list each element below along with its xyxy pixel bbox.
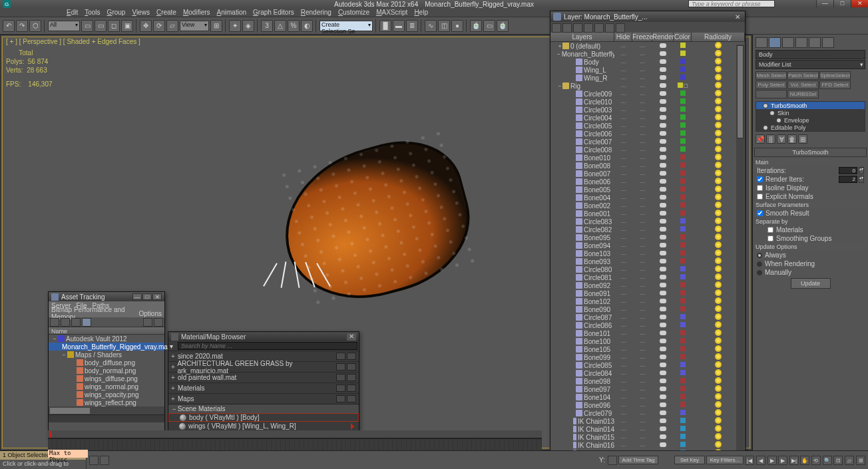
unique-button[interactable]: ∀	[777, 134, 786, 144]
asset-row[interactable]: −Maps / Shaders	[49, 351, 164, 359]
layer-row[interactable]: Wing_L——	[550, 66, 745, 74]
hide-unhide-button[interactable]	[605, 23, 614, 33]
asset-row[interactable]: −Autodesk Vault 2012	[49, 335, 164, 343]
goto-end-button[interactable]: ▶|	[789, 456, 799, 465]
update-button[interactable]: Update	[791, 278, 831, 289]
sep-materials-check[interactable]	[767, 227, 773, 233]
track-bar[interactable]	[48, 438, 542, 450]
arc-rotate-button[interactable]: ⟲	[811, 456, 821, 465]
layer-scrollbar[interactable]	[736, 45, 744, 460]
stack-editable-poly[interactable]: Editable Poly	[756, 124, 865, 131]
menu-views[interactable]: Views	[132, 9, 150, 16]
layer-row[interactable]: Bone098——	[550, 377, 745, 385]
next-frame-button[interactable]: ▶	[778, 456, 787, 465]
schematic-button[interactable]: ◫	[438, 20, 450, 32]
update-render-radio[interactable]	[757, 261, 762, 267]
layer-row[interactable]: Circle080——	[550, 265, 745, 273]
remove-mod-button[interactable]: 🗑	[787, 134, 797, 144]
selset-blank[interactable]	[756, 90, 787, 98]
layer-row[interactable]: Circle003——	[550, 106, 745, 114]
layer-row[interactable]: Bone104——	[550, 393, 745, 401]
material-editor-button[interactable]: ●	[451, 20, 463, 32]
layer-row[interactable]: Bone006——	[550, 178, 745, 186]
pin-stack-button[interactable]: 📌	[756, 134, 765, 144]
stack-envelope[interactable]: Envelope	[756, 116, 865, 124]
layer-row[interactable]: IK Chain016——	[550, 441, 745, 449]
goto-start-button[interactable]: |◀	[745, 456, 754, 465]
menu-group[interactable]: Group	[107, 9, 126, 16]
layer-row[interactable]: IK Chain015——	[550, 433, 745, 441]
snap-button[interactable]: 3	[261, 20, 273, 32]
rotate-button[interactable]: ⟳	[153, 20, 165, 32]
selection-filter-combo[interactable]: All	[48, 21, 80, 31]
layer-row[interactable]: Bone091——	[550, 289, 745, 297]
show-end-button[interactable]: ||	[766, 134, 775, 144]
material-title-bar[interactable]: Material/Map Browser ✕	[168, 332, 359, 341]
asset-row[interactable]: wings_reflect.png	[49, 398, 164, 406]
asset-min-button[interactable]: —	[132, 293, 142, 300]
object-name-field[interactable]: Body	[756, 50, 865, 59]
layer-row[interactable]: Bone010——	[550, 154, 745, 162]
move-button[interactable]: ✥	[140, 20, 152, 32]
selection-lock-button[interactable]	[89, 456, 99, 465]
hierarchy-tab[interactable]	[782, 37, 794, 48]
asset-options-link[interactable]: Options	[139, 310, 162, 317]
close-button[interactable]: ✕	[851, 0, 868, 7]
asset-row[interactable]: Monarch_Butterfly_Rigged_vray.max	[49, 343, 164, 351]
layer-row[interactable]: Circle004——	[550, 114, 745, 122]
add-to-layer-button[interactable]	[573, 23, 582, 33]
keymode-button[interactable]: ◈	[242, 20, 254, 32]
modifier-list-combo[interactable]: Modifier List	[756, 60, 865, 69]
menu-graph-editors[interactable]: Graph Editors	[253, 9, 294, 16]
menu-customize[interactable]: Customize	[338, 9, 369, 16]
layer-row[interactable]: Bone102——	[550, 297, 745, 305]
layer-row[interactable]: Circle005——	[550, 122, 745, 130]
layer-row[interactable]: Bone097——	[550, 385, 745, 393]
layer-row[interactable]: Wing_R——	[550, 74, 745, 82]
layers-button[interactable]: ≣	[406, 20, 418, 32]
curve-editor-button[interactable]: ∿	[425, 20, 437, 32]
scene-materials-section[interactable]: − Scene Materials	[168, 404, 359, 413]
undo-button[interactable]: ↶	[3, 20, 15, 32]
modifier-stack[interactable]: TurboSmoothSkinEnvelopeEditable Poly	[756, 101, 865, 132]
update-always-radio[interactable]	[757, 253, 762, 258]
selset-vol.-select[interactable]: Vol. Select	[787, 80, 819, 89]
asset-row[interactable]: wings_diffuse.png	[49, 375, 164, 383]
layer-row[interactable]: Circle009——	[550, 90, 745, 98]
menu-tools[interactable]: Tools	[85, 9, 100, 16]
layer-row[interactable]: Bone005——	[550, 186, 745, 194]
layer-row[interactable]: +0 (default)——	[550, 42, 745, 50]
named-selection-combo[interactable]: Create Selection Se	[320, 21, 373, 31]
new-layer-button[interactable]	[552, 23, 561, 33]
select-name-button[interactable]: ▭	[95, 20, 107, 32]
link-button[interactable]: ⬡	[29, 20, 41, 32]
angle-snap-button[interactable]: △	[274, 20, 286, 32]
selset-mesh-select[interactable]: Mesh Select	[756, 71, 787, 80]
selset-ffd-select[interactable]: FFD Select	[819, 80, 851, 89]
app-icon[interactable]: G	[3, 0, 11, 8]
isolate-button[interactable]	[100, 456, 109, 465]
render-frame-button[interactable]: ▭	[483, 20, 495, 32]
update-manual-radio[interactable]	[757, 270, 762, 275]
layer-row[interactable]: −Monarch_Butterfly_...✓——	[550, 50, 745, 58]
select-button[interactable]: ▭	[81, 20, 93, 32]
asset-row[interactable]: wings_normal.png	[49, 383, 164, 391]
material-body[interactable]: body ( VRayMtl ) [Body]	[168, 413, 359, 422]
key-filters-button[interactable]: Key Filters...	[706, 456, 744, 464]
layer-row[interactable]: Circle083——	[550, 218, 745, 226]
explicit-normals-check[interactable]	[757, 194, 763, 200]
utilities-tab[interactable]	[822, 37, 834, 48]
layer-row[interactable]: Circle087——	[550, 313, 745, 321]
render-iters-spinner[interactable]: 2	[839, 176, 857, 183]
select-highlighted-button[interactable]	[584, 23, 593, 33]
layer-title-bar[interactable]: Layer: Monarch_Butterfly_... ✕	[550, 11, 745, 22]
minimize-button[interactable]: —	[816, 0, 833, 7]
asset-name-column[interactable]: Name	[49, 327, 164, 335]
layer-row[interactable]: Bone093——	[550, 257, 745, 265]
layer-row[interactable]: Bone007——	[550, 170, 745, 178]
layer-row[interactable]: Bone002——	[550, 202, 745, 210]
menu-help[interactable]: Help	[414, 9, 428, 16]
layer-close-button[interactable]: ✕	[733, 13, 742, 21]
redo-button[interactable]: ↷	[16, 20, 28, 32]
pan-button[interactable]: ✋	[800, 456, 809, 465]
